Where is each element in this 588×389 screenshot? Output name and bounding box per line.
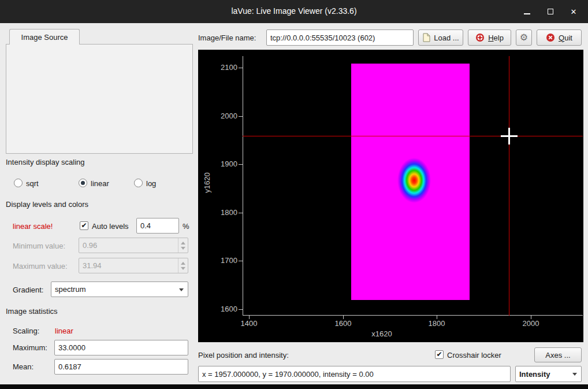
stats-scaling-value: linear [55, 327, 73, 335]
pixel-position-label: Pixel position and intensity: [198, 351, 289, 360]
close-icon: ✕ [571, 8, 577, 16]
y-tick [239, 261, 243, 261]
gradient-label: Gradient: [13, 286, 43, 294]
display-mode-combo[interactable]: Intensity [515, 366, 582, 382]
radio-log-label: log [146, 179, 156, 188]
check-icon: ✔ [80, 222, 88, 229]
x-tick-label: 2000 [513, 319, 548, 328]
crosshair-horizontal-line [243, 136, 583, 136]
y-tick-label: 1800 [206, 208, 237, 217]
settings-button[interactable]: ⚙ [516, 29, 532, 46]
scale-note: linear scale! [13, 222, 53, 231]
crosshair-vertical-line [509, 56, 509, 316]
section-intensity-scaling: Intensity display scaling [6, 158, 85, 166]
check-icon: ✔ [436, 351, 443, 358]
radio-sqrt-label: sqrt [26, 179, 39, 188]
stats-mean-label: Mean: [13, 362, 34, 371]
quit-button-label: Quit [559, 34, 572, 42]
cursor-cross-icon [501, 135, 518, 137]
intensity-peak-blob [397, 158, 431, 203]
y-tick-label: 1600 [206, 305, 237, 313]
titlebar: laVue: Live Image Viewer (v2.33.6) ✕ [0, 0, 588, 23]
chevron-down-icon [179, 288, 184, 291]
x-tick [437, 315, 437, 319]
y-tick-label: 1900 [206, 160, 237, 168]
pixel-position-input[interactable] [198, 366, 511, 382]
x-tick-label: 1800 [419, 319, 454, 328]
y-tick [239, 116, 243, 117]
y-tick-label: 1700 [206, 256, 237, 265]
y-tick [239, 309, 243, 310]
minimize-icon [524, 13, 530, 14]
window-title: laVue: Live Image Viewer (v2.33.6) [0, 6, 588, 16]
minimum-value-spinbox: 0.96 [79, 238, 188, 253]
x-axis-line [243, 315, 583, 316]
display-mode-value: Intensity [519, 370, 550, 379]
y-tick-label: 2100 [206, 63, 237, 72]
chevron-down-icon [572, 373, 577, 376]
section-image-statistics: Image statistics [6, 307, 58, 316]
image-file-input[interactable] [266, 29, 414, 46]
gradient-combo-value: spectrum [55, 285, 85, 294]
x-tick-label: 1400 [232, 319, 266, 328]
load-button-label: Load ... [434, 34, 459, 42]
stats-maximum-input[interactable] [54, 340, 188, 355]
help-lifebuoy-icon [475, 33, 485, 42]
y-tick [239, 164, 243, 165]
y-axis-label: y1620 [203, 165, 212, 200]
minimum-value: 0.96 [83, 241, 97, 250]
stats-scaling-label: Scaling: [13, 327, 39, 335]
image-source-pane [6, 44, 193, 154]
section-display-levels: Display levels and colors [6, 200, 88, 209]
auto-levels-label: Auto levels [92, 222, 129, 231]
tab-image-source[interactable]: Image Source [9, 29, 80, 45]
x-tick [343, 315, 344, 319]
document-icon [422, 33, 430, 42]
radio-linear[interactable] [79, 179, 87, 187]
auto-levels-checkbox[interactable]: ✔ [80, 221, 88, 230]
spinner-arrows-icon [178, 258, 188, 273]
axes-button[interactable]: Axes ... [534, 347, 582, 362]
maximum-value-spinbox: 31.94 [79, 258, 188, 273]
maximize-button[interactable] [542, 3, 559, 20]
axes-button-label: Axes ... [545, 351, 570, 360]
maximize-icon [548, 9, 553, 14]
radio-sqrt[interactable] [14, 179, 23, 187]
maximum-value-label: Maximum value: [13, 262, 68, 271]
image-file-label: Image/File name: [198, 34, 256, 42]
maximum-value: 31.94 [83, 261, 102, 270]
quit-button[interactable]: Quit [537, 29, 582, 46]
auto-levels-input[interactable] [136, 218, 179, 234]
y-tick [239, 213, 243, 213]
x-tick [249, 315, 250, 319]
stats-maximum-label: Maximum: [13, 343, 47, 352]
radio-log[interactable] [134, 179, 143, 187]
x-axis-label: x1620 [347, 329, 416, 338]
app-window: laVue: Live Image Viewer (v2.33.6) ✕ Ima… [0, 0, 588, 389]
minimum-value-label: Minimum value: [13, 242, 65, 250]
help-button[interactable]: Help [468, 29, 511, 46]
y-axis-line [243, 56, 243, 316]
load-button[interactable]: Load ... [418, 29, 463, 46]
x-tick-label: 1600 [326, 319, 360, 328]
quit-icon [546, 33, 555, 42]
minimize-button[interactable] [519, 3, 535, 20]
gear-icon: ⚙ [520, 33, 528, 42]
crosshair-locker-checkbox[interactable]: ✔ [435, 350, 444, 359]
percent-label: % [183, 222, 189, 231]
y-tick-label: 2000 [206, 112, 237, 120]
image-plot-canvas[interactable]: y1620 2100 2000 1900 1800 1700 1600 1400… [198, 50, 583, 342]
y-tick [239, 68, 243, 68]
x-tick [531, 315, 531, 319]
close-button[interactable]: ✕ [565, 3, 582, 20]
help-button-label: Help [488, 34, 504, 42]
tab-image-source-label: Image Source [21, 33, 68, 42]
stats-mean-input[interactable] [54, 359, 188, 375]
spinner-arrows-icon [178, 238, 188, 253]
bottom-strip [0, 384, 588, 389]
gradient-combo[interactable]: spectrum [51, 281, 188, 297]
crosshair-locker-label: Crosshair locker [447, 351, 501, 360]
radio-linear-label: linear [91, 179, 109, 188]
